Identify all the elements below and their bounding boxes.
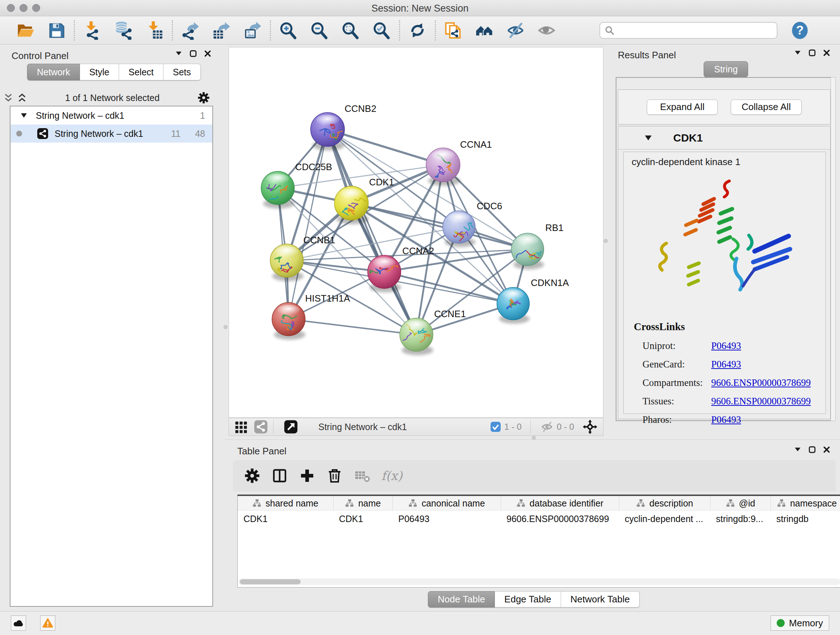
help-icon[interactable]: ? <box>790 21 809 40</box>
table-cell-namespace[interactable]: stringdb <box>771 511 840 527</box>
expand-all-icon[interactable] <box>17 93 27 103</box>
close-panel-icon[interactable] <box>823 446 831 454</box>
panel-menu-icon[interactable] <box>175 50 183 57</box>
network-node-CDK1[interactable] <box>334 186 370 224</box>
birdseye-view-icon[interactable] <box>284 420 298 434</box>
cloud-status-button[interactable] <box>11 616 26 631</box>
close-panel-icon[interactable] <box>204 50 212 57</box>
network-edge[interactable] <box>289 319 416 335</box>
tab-string[interactable]: String <box>704 61 748 78</box>
zoom-in-icon[interactable] <box>279 21 298 40</box>
selected-checkbox-icon[interactable] <box>491 422 501 432</box>
tab-network-table[interactable]: Network Table <box>561 591 639 608</box>
network-node-CCNB1[interactable] <box>270 244 304 281</box>
table-cell-canonical-name[interactable]: P06493 <box>393 511 501 527</box>
zoom-fit-icon[interactable] <box>341 21 360 40</box>
table-cell-name[interactable]: CDK1 <box>333 511 393 527</box>
open-session-icon[interactable] <box>16 21 35 40</box>
column-header-name[interactable]: name <box>333 496 393 510</box>
export-image-icon[interactable] <box>243 21 262 40</box>
column-header-canonical-name[interactable]: canonical name <box>393 496 501 510</box>
table-horizontal-scrollbar[interactable] <box>238 578 840 585</box>
zoom-selected-icon[interactable] <box>372 21 391 40</box>
expand-all-button[interactable]: Expand All <box>647 100 718 115</box>
network-node-HIST1H1A[interactable] <box>272 302 306 340</box>
left-splitter[interactable] <box>223 44 229 436</box>
network-share-icon[interactable] <box>254 420 268 434</box>
table-row[interactable]: CDK1CDK1P064939606.ENSP00000378699cyclin… <box>238 510 840 527</box>
table-cell--id[interactable]: stringdb:9... <box>710 511 771 527</box>
network-edge[interactable] <box>327 130 443 165</box>
delete-table-icon[interactable] <box>354 467 370 484</box>
float-panel-icon[interactable] <box>808 49 816 57</box>
float-panel-icon[interactable] <box>808 446 816 454</box>
import-network-database-icon[interactable] <box>114 21 133 40</box>
network-edge[interactable] <box>327 130 416 335</box>
pan-crosshair-icon[interactable] <box>583 420 597 434</box>
network-canvas[interactable]: CCNB2CCNA1CDC25BCDK1CDC6RB1CCNB1CCNA2CDK… <box>229 47 603 418</box>
collection-expand-icon[interactable] <box>21 113 27 118</box>
column-header--id[interactable]: @id <box>710 496 771 510</box>
scrollbar-thumb[interactable] <box>240 579 301 584</box>
column-header-database-identifier[interactable]: database identifier <box>501 496 619 510</box>
first-neighbors-icon[interactable] <box>444 21 463 40</box>
network-node-CDC25B[interactable] <box>261 171 295 209</box>
export-network-icon[interactable] <box>181 21 200 40</box>
network-edge[interactable] <box>289 130 328 319</box>
table-cell-shared-name[interactable]: CDK1 <box>238 511 333 527</box>
crosslink-genecard-link[interactable]: P06493 <box>711 359 741 370</box>
grid-view-icon[interactable] <box>234 420 248 434</box>
crosslink-pharos-link[interactable]: P06493 <box>711 414 741 425</box>
crosslink-uniprot-link[interactable]: P06493 <box>711 340 741 352</box>
tab-edge-table[interactable]: Edge Table <box>495 591 561 608</box>
column-header-description[interactable]: description <box>619 496 710 510</box>
section-collapse-icon[interactable] <box>644 135 652 141</box>
network-node-CCNE1[interactable] <box>400 318 433 356</box>
import-network-file-icon[interactable] <box>83 21 102 40</box>
panel-menu-icon[interactable] <box>794 49 802 57</box>
collapse-all-button[interactable]: Collapse All <box>731 100 802 115</box>
table-cell-description[interactable]: cyclin-dependent ... <box>619 511 710 527</box>
tab-select[interactable]: Select <box>119 64 163 80</box>
network-options-gear-icon[interactable] <box>197 91 210 104</box>
crosslink-compartments-link[interactable]: 9606.ENSP00000378699 <box>711 377 811 388</box>
gene-section-header[interactable]: CDK1 <box>618 126 830 149</box>
horizontal-splitter[interactable] <box>224 436 840 440</box>
network-node-CCNA1[interactable] <box>426 148 460 186</box>
save-session-icon[interactable] <box>47 21 66 40</box>
network-node-RB1[interactable] <box>509 233 544 269</box>
show-columns-icon[interactable] <box>271 467 288 484</box>
tab-node-table[interactable]: Node Table <box>428 591 495 608</box>
results-scrollbar[interactable] <box>831 77 836 421</box>
float-panel-icon[interactable] <box>189 50 197 57</box>
search-input[interactable] <box>617 25 772 35</box>
warnings-button[interactable] <box>40 616 55 631</box>
crosslink-tissues-link[interactable]: 9606.ENSP00000378699 <box>711 396 811 407</box>
table-options-gear-icon[interactable] <box>244 467 261 484</box>
tab-style[interactable]: Style <box>80 64 119 80</box>
export-table-icon[interactable] <box>212 21 231 40</box>
import-table-icon[interactable] <box>145 21 164 40</box>
memory-button[interactable]: Memory <box>771 616 829 631</box>
right-splitter[interactable] <box>603 44 608 436</box>
close-panel-icon[interactable] <box>823 49 831 57</box>
network-node-CDC6[interactable] <box>443 211 476 247</box>
network-node-CDKN1A[interactable] <box>497 287 530 324</box>
tab-network[interactable]: Network <box>27 64 80 80</box>
delete-column-trash-icon[interactable] <box>326 467 343 484</box>
panel-menu-icon[interactable] <box>794 446 802 454</box>
tab-sets[interactable]: Sets <box>164 64 201 80</box>
hide-selected-eye-icon[interactable] <box>506 21 525 40</box>
network-row[interactable]: String Network – cdk1 11 48 <box>11 125 212 143</box>
column-header-namespace[interactable]: namespace <box>771 496 840 510</box>
network-node-CCNB2[interactable] <box>311 112 345 150</box>
function-builder-icon[interactable]: f(x) <box>381 469 402 483</box>
zoom-out-icon[interactable] <box>310 21 329 40</box>
show-eye-icon[interactable] <box>537 21 556 40</box>
add-column-icon[interactable] <box>299 467 316 484</box>
collapse-all-icon[interactable] <box>3 93 14 103</box>
graphics-details-houses-icon[interactable] <box>475 21 494 40</box>
refresh-icon[interactable] <box>408 21 427 40</box>
network-collection-row[interactable]: String Network – cdk1 1 <box>11 106 212 125</box>
column-header-shared-name[interactable]: shared name <box>238 496 333 510</box>
